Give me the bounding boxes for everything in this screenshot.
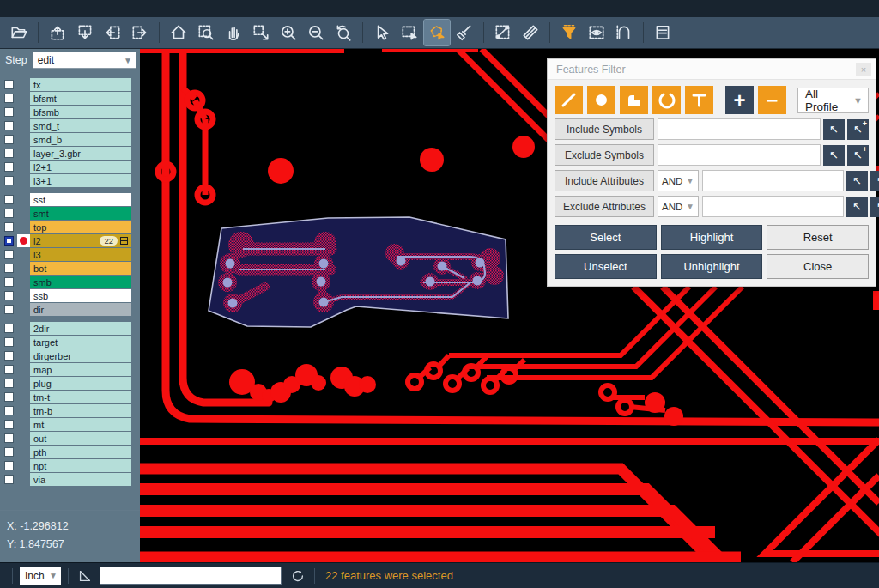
step-select[interactable]: edit ▼: [33, 52, 136, 69]
select-pointer-button[interactable]: [369, 20, 395, 45]
layer-checkbox[interactable]: [4, 121, 14, 130]
layer-row[interactable]: ssb: [0, 289, 140, 302]
layer-row[interactable]: l3: [0, 248, 140, 261]
layer-label[interactable]: top: [30, 221, 131, 233]
layer-label[interactable]: 2dir--: [30, 322, 131, 335]
refresh-button[interactable]: [288, 567, 307, 585]
pick-attribute-add-button[interactable]: ↖+: [870, 171, 879, 191]
layer-label[interactable]: tm-t: [30, 391, 131, 403]
pick-symbol-button[interactable]: ↖: [823, 145, 845, 166]
layer-checkbox[interactable]: [4, 379, 14, 388]
layer-label[interactable]: plug: [30, 377, 131, 390]
measure-distance-button[interactable]: [490, 20, 516, 45]
include-attributes-button[interactable]: Include Attributes: [555, 170, 654, 191]
layer-row[interactable]: pth: [0, 446, 140, 458]
layer-checkbox[interactable]: [4, 209, 14, 218]
layer-label[interactable]: smd_b: [30, 133, 131, 146]
layer-checkbox[interactable]: [4, 277, 14, 287]
layer-row[interactable]: plug: [0, 377, 140, 390]
features-filter-button[interactable]: [556, 20, 582, 45]
layer-row[interactable]: layer_3.gbr: [0, 147, 140, 160]
zoom-previous-button[interactable]: [330, 20, 356, 45]
exclude-attributes-operator-select[interactable]: AND▼: [658, 196, 699, 217]
filter-line-button[interactable]: [555, 86, 583, 114]
select-rectangle-button[interactable]: [397, 20, 422, 45]
layer-checkbox[interactable]: [4, 149, 14, 158]
profile-select[interactable]: All Profile ▼: [797, 88, 869, 113]
layer-checkbox[interactable]: [4, 176, 14, 185]
layer-row[interactable]: dirgerber: [0, 349, 140, 362]
menu-item[interactable]: [57, 7, 74, 10]
include-attributes-input[interactable]: [702, 170, 844, 191]
layer-label[interactable]: bfsmt: [30, 92, 131, 105]
layer-checkbox[interactable]: [4, 250, 14, 259]
layer-checkbox[interactable]: [4, 324, 14, 333]
layer-label[interactable]: smd_t: [30, 119, 131, 132]
layer-label[interactable]: fx: [30, 78, 131, 91]
layer-label[interactable]: dir: [30, 303, 131, 316]
layer-row[interactable]: l222: [0, 234, 140, 247]
layer-row[interactable]: top: [0, 221, 140, 233]
pan-hand-button[interactable]: [221, 20, 246, 45]
layer-row[interactable]: target: [0, 336, 140, 349]
pan-down-button[interactable]: [72, 20, 98, 45]
layer-checkbox[interactable]: [4, 135, 14, 144]
include-attributes-operator-select[interactable]: AND▼: [658, 170, 699, 191]
select-polygon-button[interactable]: [424, 20, 450, 45]
layer-label[interactable]: npt: [30, 459, 131, 472]
pan-up-button[interactable]: [45, 20, 70, 45]
layer-checkbox[interactable]: [4, 406, 14, 415]
zoom-out-button[interactable]: [303, 20, 329, 45]
exclude-symbols-button[interactable]: Exclude Symbols: [555, 144, 654, 166]
layer-checkbox[interactable]: [4, 392, 14, 402]
home-view-button[interactable]: [166, 20, 191, 45]
layer-label[interactable]: l222: [30, 234, 131, 247]
layer-row[interactable]: npt: [0, 459, 140, 472]
layer-label[interactable]: tm-b: [30, 404, 131, 417]
pick-attribute-add-button[interactable]: ↖+: [870, 197, 879, 217]
layer-row[interactable]: bot: [0, 262, 140, 275]
layer-checkbox[interactable]: [4, 107, 14, 117]
highlight-button[interactable]: Highlight: [661, 225, 763, 250]
layer-row[interactable]: map: [0, 363, 140, 376]
layer-row[interactable]: mt: [0, 418, 140, 431]
menu-item[interactable]: [5, 7, 22, 10]
layer-label[interactable]: map: [30, 363, 131, 376]
layer-row[interactable]: bfsmt: [0, 92, 140, 105]
layer-label[interactable]: target: [30, 336, 131, 349]
exclude-attributes-button[interactable]: Exclude Attributes: [555, 196, 654, 217]
pick-symbol-add-button[interactable]: ↖+: [847, 119, 869, 140]
filter-arc-button[interactable]: [652, 86, 681, 114]
layer-checkbox[interactable]: [4, 162, 14, 172]
filter-plus-button[interactable]: +: [725, 86, 754, 114]
layer-checkbox[interactable]: [4, 337, 14, 347]
layer-row[interactable]: out: [0, 432, 140, 445]
unselect-button[interactable]: Unselect: [555, 254, 657, 279]
layer-row[interactable]: tm-b: [0, 404, 140, 417]
layer-row[interactable]: sst: [0, 193, 140, 206]
layer-checkbox[interactable]: [4, 447, 14, 457]
layer-label[interactable]: l3: [30, 248, 131, 261]
unhighlight-button[interactable]: Unhighlight: [661, 254, 763, 279]
layer-row[interactable]: tm-t: [0, 391, 140, 403]
layer-checkbox[interactable]: [4, 305, 14, 314]
layer-row[interactable]: smb: [0, 276, 140, 288]
layer-checkbox[interactable]: [4, 264, 14, 273]
layer-label[interactable]: sst: [30, 193, 131, 206]
layer-checkbox[interactable]: [4, 195, 14, 204]
zoom-object-button[interactable]: [248, 20, 274, 45]
layer-label[interactable]: out: [30, 432, 131, 445]
layer-label[interactable]: dirgerber: [30, 349, 131, 362]
exclude-attributes-input[interactable]: [702, 196, 844, 217]
snap-mode-button[interactable]: [611, 20, 637, 45]
layer-checkbox[interactable]: [4, 236, 14, 246]
menu-item[interactable]: [22, 7, 39, 10]
layer-checkbox[interactable]: [4, 461, 14, 470]
layer-row[interactable]: l2+1: [0, 161, 140, 173]
layer-row[interactable]: bfsmb: [0, 106, 140, 118]
layer-checkbox[interactable]: [4, 365, 14, 374]
zoom-in-button[interactable]: [276, 20, 301, 45]
close-button[interactable]: Close: [767, 254, 869, 279]
layer-checkbox[interactable]: [4, 291, 14, 300]
pan-left-button[interactable]: [100, 20, 125, 45]
